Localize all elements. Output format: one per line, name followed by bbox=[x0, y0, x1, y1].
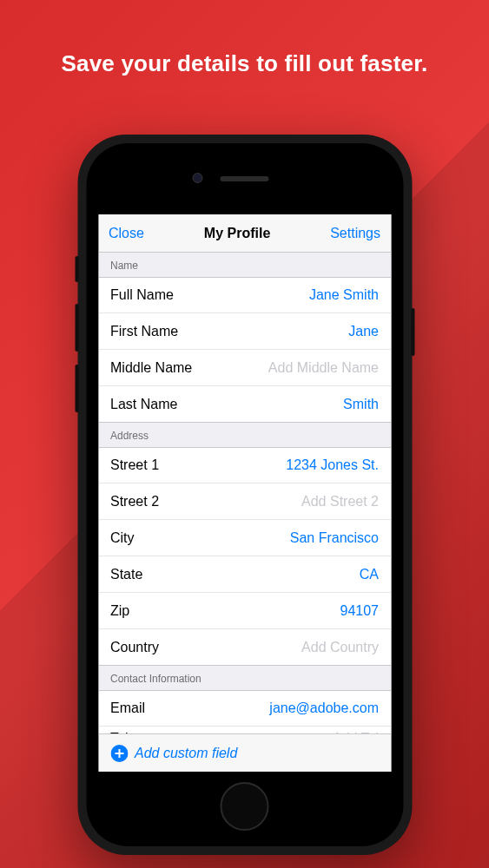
label-city: City bbox=[110, 530, 135, 546]
section-header-address: Address bbox=[98, 423, 391, 447]
svg-rect-2 bbox=[115, 753, 123, 754]
label-email: Email bbox=[110, 700, 145, 716]
label-last-name: Last Name bbox=[110, 397, 177, 412]
value-middle-name: Add Middle Name bbox=[268, 360, 379, 376]
row-city[interactable]: City San Francisco bbox=[98, 520, 391, 556]
section-header-name: Name bbox=[98, 253, 391, 277]
nav-bar: Close My Profile Settings bbox=[98, 214, 391, 253]
row-street1[interactable]: Street 1 1234 Jones St. bbox=[98, 447, 391, 483]
marketing-headline: Save your details to fill out faster. bbox=[0, 0, 489, 77]
value-country: Add Country bbox=[301, 640, 379, 655]
bottom-toolbar: Add custom field bbox=[98, 733, 391, 772]
label-zip: Zip bbox=[110, 603, 129, 619]
add-custom-field-button[interactable]: Add custom field bbox=[135, 746, 237, 761]
phone-camera bbox=[192, 173, 202, 183]
value-first-name: Jane bbox=[348, 324, 379, 339]
label-first-name: First Name bbox=[110, 324, 178, 339]
section-header-contact: Contact Information bbox=[98, 666, 391, 690]
row-full-name[interactable]: Full Name Jane Smith bbox=[98, 277, 391, 313]
home-button[interactable] bbox=[221, 782, 269, 831]
value-street2: Add Street 2 bbox=[301, 494, 379, 510]
value-state: CA bbox=[360, 567, 379, 582]
row-country[interactable]: Country Add Country bbox=[98, 629, 391, 666]
value-last-name: Smith bbox=[343, 397, 379, 412]
row-street2[interactable]: Street 2 Add Street 2 bbox=[98, 483, 391, 520]
page-title: My Profile bbox=[204, 226, 270, 241]
row-middle-name[interactable]: Middle Name Add Middle Name bbox=[98, 350, 391, 386]
value-street1: 1234 Jones St. bbox=[286, 457, 379, 473]
row-last-name[interactable]: Last Name Smith bbox=[98, 386, 391, 423]
row-first-name[interactable]: First Name Jane bbox=[98, 313, 391, 350]
phone-speaker bbox=[221, 176, 269, 181]
value-email: jane@adobe.com bbox=[269, 700, 379, 716]
plus-circle-icon[interactable] bbox=[110, 745, 128, 762]
profile-content[interactable]: Name Full Name Jane Smith First Name Jan… bbox=[98, 253, 391, 733]
label-full-name: Full Name bbox=[110, 287, 174, 303]
close-button[interactable]: Close bbox=[109, 226, 144, 241]
row-tel[interactable]: Tel Add Tel bbox=[98, 727, 391, 733]
value-city: San Francisco bbox=[290, 530, 379, 546]
value-full-name: Jane Smith bbox=[309, 287, 379, 303]
row-email[interactable]: Email jane@adobe.com bbox=[98, 690, 391, 727]
phone-frame: Close My Profile Settings Name Full Name… bbox=[77, 135, 412, 855]
label-middle-name: Middle Name bbox=[110, 360, 192, 376]
settings-button[interactable]: Settings bbox=[330, 226, 380, 241]
label-country: Country bbox=[110, 640, 159, 655]
row-state[interactable]: State CA bbox=[98, 556, 391, 593]
app-screen: Close My Profile Settings Name Full Name… bbox=[98, 214, 391, 772]
label-state: State bbox=[110, 567, 142, 582]
label-street2: Street 2 bbox=[110, 494, 159, 510]
row-zip[interactable]: Zip 94107 bbox=[98, 593, 391, 629]
label-street1: Street 1 bbox=[110, 457, 159, 473]
value-zip: 94107 bbox=[340, 603, 380, 619]
